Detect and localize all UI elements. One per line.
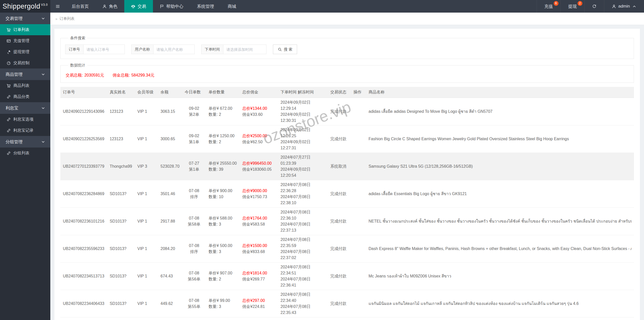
cell-order-no: UB2407082236284869: [60, 180, 107, 208]
sidebar-item-1-0[interactable]: 商品列表: [0, 80, 50, 91]
user-menu[interactable]: admin: [604, 0, 644, 13]
menu-icon[interactable]: [50, 0, 65, 13]
cell-times: 2024年07月08日 22:36:102024年07月08日 22:37:13: [278, 208, 328, 235]
nav-item-3[interactable]: 帮助中心: [153, 0, 190, 13]
recharge-badge: 6: [554, 1, 558, 6]
link-icon: [7, 117, 11, 122]
cell-real-name: SD1013?: [107, 180, 135, 208]
cell-day-orders: 07-08第55单: [182, 290, 206, 317]
top-nav-right: 充值 6 提现 2 admin: [537, 0, 644, 13]
link-icon: [7, 95, 11, 99]
cell-action: [351, 98, 366, 125]
cell-total-commission: 总价¥200.00佣金¥128.46: [240, 317, 278, 320]
order-no-input[interactable]: [83, 45, 125, 54]
table-row: UB2407082236284869 SD1013? VIP 1 3501.46…: [60, 180, 634, 208]
cell-total-commission: 总价¥9000.00佣金¥1750.73: [240, 180, 278, 208]
cell-day-orders: 07-08第56单: [182, 263, 206, 290]
table-row: UB2407082236101216 SD1013? VIP 1 2917.88…: [60, 208, 634, 235]
cell-action: [351, 208, 366, 235]
cell-price-qty: 单价¥ 900.00数量: 10: [206, 180, 240, 208]
cell-balance: 321.16: [158, 317, 182, 320]
cell-price-qty: 单价¥ 588.00数量: 3: [206, 208, 240, 235]
sidebar-item-0-0[interactable]: 订单列表: [0, 24, 50, 35]
cell-balance: 3063.15: [158, 98, 182, 125]
sidebar-group-2[interactable]: 利息宝: [0, 102, 50, 114]
cell-real-name: SD1013?: [107, 263, 135, 290]
search-fieldset: 条件搜索 订单号 用户名称 下单时间: [60, 36, 634, 59]
cell-day-orders: 09-02第2单: [182, 98, 206, 125]
cell-order-no: UB2407082234406433: [60, 290, 107, 317]
nav-item-2[interactable]: 交易: [124, 0, 153, 13]
cell-real-name: SD1013?: [107, 235, 135, 263]
cell-day-orders: 07-08排序: [182, 235, 206, 263]
nav-item-1[interactable]: 角色: [96, 0, 124, 13]
order-table: 订单号真实姓名会员等级余额今日单数单价数量总价佣金下单时间 解冻时间交易状态操作…: [60, 87, 634, 320]
cell-vip-level: VIP 1: [135, 208, 158, 235]
sidebar-item-0-1[interactable]: 充值管理: [0, 35, 50, 46]
refresh-icon[interactable]: [584, 0, 604, 13]
table-header-cell: 订单号: [60, 87, 107, 98]
username-input[interactable]: [153, 45, 195, 54]
link-icon: [7, 128, 11, 133]
table-header-cell: 操作: [351, 87, 366, 98]
cell-total-commission: 总价¥1814.00佣金¥269.77: [240, 263, 278, 290]
table-header-cell: 下单时间 解冻时间: [278, 87, 328, 98]
cell-status: 系统取消: [328, 153, 351, 180]
cell-price-qty: 单价¥ 672.00数量: 2: [206, 98, 240, 125]
search-button[interactable]: 搜 索: [273, 45, 297, 54]
sidebar-item-2-0[interactable]: 利息宝选项: [0, 114, 50, 125]
sidebar-item-0-3[interactable]: 交易控制: [0, 57, 50, 68]
table-header-cell: 今日单数: [182, 87, 206, 98]
cell-total-commission: 总价¥1764.00佣金¥583.58: [240, 208, 278, 235]
cell-total-commission: 总价¥1500.00佣金¥833.68: [240, 235, 278, 263]
app-version: V3.0: [41, 3, 48, 7]
link-icon: [7, 151, 11, 155]
cell-real-name: Thongcha99: [107, 153, 135, 180]
cell-price-qty: 单价¥ 500.00数量: 3: [206, 235, 240, 263]
cell-action: [351, 125, 366, 153]
sidebar-group-3[interactable]: 分组管理: [0, 136, 50, 148]
chevron-down-icon: [41, 140, 45, 144]
cell-action: [351, 235, 366, 263]
total-trade-stat: 交易总额: 2030591元: [66, 73, 104, 78]
nav-item-5[interactable]: 商城: [221, 0, 243, 13]
chevron-down-icon: [41, 106, 45, 110]
order-time-input[interactable]: [223, 45, 266, 54]
cell-times: 2024年07月08日 22:34:402024年07月08日 22:35:43: [278, 290, 328, 317]
sidebar-item-2-1[interactable]: 利息宝记录: [0, 125, 50, 136]
sidebar-item-3-0[interactable]: 分组列表: [0, 148, 50, 159]
cell-product: Fashion Big Circle C Shaped Earrings Wom…: [366, 125, 634, 153]
table-header-cell: 会员等级: [135, 87, 158, 98]
cell-price-qty: 单价¥ 100.00数量: 2: [206, 317, 240, 320]
cell-total-commission: 总价¥297.00佣金¥224.81: [240, 290, 278, 317]
cell-vip-level: VIP 1: [135, 125, 158, 153]
scales-icon: [131, 4, 135, 9]
table-row: UB2407082234122347 SD1013? VIP 1 321.16 …: [60, 317, 634, 320]
cell-balance: 674.43: [158, 263, 182, 290]
cell-vip-level: VIP 1: [135, 180, 158, 208]
cell-status: 完成付款: [328, 208, 351, 235]
cell-times: 2024年09月02日 12:29:142024年09月02日 12:30:31: [278, 98, 328, 125]
cell-product: Samsung Galaxy S21 Ultra 5G (12/128,256G…: [366, 153, 634, 180]
nav-withdraw-button[interactable]: 提现 2: [560, 0, 584, 13]
nav-recharge-button[interactable]: 充值 6: [537, 0, 560, 13]
cell-status: 完成付款: [328, 98, 351, 125]
nav-item-0[interactable]: 后台首页: [65, 0, 96, 13]
table-header-cell: 真实姓名: [107, 87, 135, 98]
cell-product: NETEL ชั้นวางอเนกประสงค์ ชั้นใส่ของ ชั้น…: [366, 208, 634, 235]
flag-icon: [160, 4, 164, 9]
sidebar-item-1-1[interactable]: 商品分类: [0, 91, 50, 102]
cell-product: ร่ม ร่มกันฝน ร่มกันแดด ร่มยาว กันแดด กัน…: [366, 317, 634, 320]
cell-action: [351, 263, 366, 290]
cell-action: [351, 153, 366, 180]
cell-product: แจกันมินิมอล แจกันใส่ดอกไม้ แจกันเกาหลี …: [366, 290, 634, 317]
nav-item-4[interactable]: 系统管理: [190, 0, 221, 13]
cell-product: Mc Jeans รองเท้าผ้าใบ M09Z006 Unisex สีข…: [366, 263, 634, 290]
user-icon: [612, 4, 616, 9]
sidebar-group-0[interactable]: 交易管理: [0, 13, 50, 24]
username-field-group: 用户名称: [131, 45, 195, 54]
cell-status: 完成付款: [328, 263, 351, 290]
sidebar-group-1[interactable]: 商品管理: [0, 68, 50, 80]
table-row: UB2407082235596233 SD1013? VIP 1 2084.20…: [60, 235, 634, 263]
sidebar-item-0-2[interactable]: 提现管理: [0, 46, 50, 57]
